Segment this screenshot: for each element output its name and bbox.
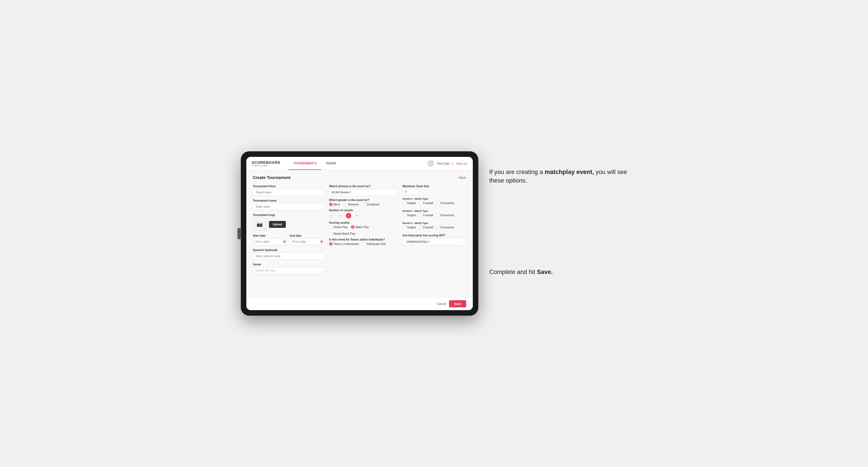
name-field-group: Tournament name	[253, 199, 325, 210]
scoring-medal-radio[interactable]	[329, 232, 333, 235]
gender-womens[interactable]: Womens	[344, 203, 359, 206]
name-input[interactable]	[253, 203, 325, 210]
scoring-match-radio[interactable]	[351, 225, 354, 229]
division-label: Which division is the event for?	[329, 185, 398, 188]
image-icon: 📷	[256, 221, 262, 227]
round3-fourball[interactable]: Fourball	[419, 226, 433, 229]
host-input[interactable]	[253, 189, 325, 196]
round1-singles-radio[interactable]	[403, 201, 406, 205]
round1-singles-label: Singles	[407, 201, 416, 205]
api-label: Use third-party live scoring API?	[403, 234, 466, 237]
scoring-field-group: Scoring system Stroke Play Match Play	[329, 221, 398, 235]
division-select[interactable]: NCAA Division I	[329, 189, 398, 196]
logo-upload-area: 📷 Upload	[253, 218, 325, 231]
round-4[interactable]: 4	[354, 213, 360, 218]
round2-fourball-radio[interactable]	[419, 214, 422, 217]
back-button[interactable]: ‹ Back	[457, 176, 466, 179]
max-team-size-input[interactable]	[403, 189, 419, 195]
round3-fourball-radio[interactable]	[419, 226, 422, 229]
sponsor-input[interactable]	[253, 253, 325, 259]
nav-separator: |	[453, 162, 453, 165]
round2-foursomes[interactable]: Foursomes	[436, 214, 454, 217]
round2-singles[interactable]: Singles	[403, 214, 416, 217]
api-field-group: Use third-party live scoring API? Leader…	[403, 234, 466, 245]
round1-fourball[interactable]: Fourball	[419, 201, 433, 205]
right-column: Maximum Team Size Round 1 - Match Type S…	[403, 185, 466, 274]
date-field-group: Start date 📅 End date	[253, 234, 325, 245]
round3-foursomes[interactable]: Foursomes	[436, 226, 454, 229]
sidebar-toggle[interactable]: ›	[238, 228, 241, 239]
tab-teams[interactable]: TEAMS	[321, 157, 341, 170]
calendar-icon: 📅	[283, 240, 286, 243]
round1-singles[interactable]: Singles	[403, 201, 416, 205]
round3-foursomes-radio[interactable]	[436, 226, 439, 229]
scoring-stroke-radio[interactable]	[329, 225, 333, 229]
gender-mens[interactable]: Mens	[329, 203, 340, 206]
logo-field-group: Tournament logo 📷 Upload	[253, 214, 325, 231]
round-2[interactable]: 2	[338, 213, 343, 218]
individuals-only[interactable]: Individuals Only	[362, 242, 386, 246]
tablet-screen: SCOREBOARD Powered by clippit TOURNAMENT…	[246, 157, 473, 310]
round2-foursomes-radio[interactable]	[436, 214, 439, 217]
round1-foursomes[interactable]: Foursomes	[436, 201, 454, 205]
round-1[interactable]: 1	[329, 213, 335, 218]
api-close-icon[interactable]: ×	[428, 240, 429, 243]
nav-bar: SCOREBOARD Powered by clippit TOURNAMENT…	[246, 157, 473, 170]
round1-fourball-radio[interactable]	[419, 201, 422, 205]
gender-field-group: Which gender is the event for? Mens Wome…	[329, 198, 398, 206]
rounds-field-group: Number of rounds 1 2 3 4	[329, 209, 398, 218]
round2-fourball[interactable]: Fourball	[419, 214, 433, 217]
round2-foursomes-label: Foursomes	[440, 214, 454, 217]
gender-womens-radio[interactable]	[344, 203, 347, 206]
nav-right: Test User | Sign out	[428, 160, 467, 167]
individuals-radio[interactable]	[362, 242, 365, 246]
logo-main-text: SCOREBOARD	[252, 160, 281, 165]
gender-combined-radio[interactable]	[362, 203, 365, 206]
nav-tabs: TOURNAMENTS TEAMS	[288, 157, 341, 170]
round3-singles-radio[interactable]	[403, 226, 406, 229]
logo-label: Tournament logo	[253, 214, 325, 217]
signout-link[interactable]: Sign out	[456, 162, 467, 165]
scoring-medal-label: Medal Match Play	[334, 232, 355, 235]
end-date-group: End date 📅	[290, 234, 325, 245]
name-label: Tournament name	[253, 199, 325, 202]
cancel-button[interactable]: Cancel	[437, 302, 446, 306]
gender-radio-group: Mens Womens Combined	[329, 203, 398, 206]
teams-radio[interactable]	[329, 242, 333, 246]
app-logo: SCOREBOARD Powered by clippit	[252, 160, 281, 166]
scoring-match[interactable]: Match Play	[351, 225, 369, 229]
gender-combined[interactable]: Combined	[362, 203, 379, 206]
save-button[interactable]: Save	[449, 300, 466, 307]
venue-select[interactable]: Search golf club	[253, 267, 325, 274]
api-select[interactable]: Leaderboard King × ⌄	[403, 238, 466, 245]
upload-button[interactable]: Upload	[269, 221, 286, 228]
venue-label: Venue	[253, 263, 325, 266]
scoring-medal[interactable]: Medal Match Play	[329, 232, 355, 235]
round-3[interactable]: 3	[346, 213, 351, 218]
api-value: Leaderboard King	[407, 240, 427, 243]
teams-radio-group: Teams (+Individuals) Individuals Only	[329, 242, 398, 246]
tab-tournaments[interactable]: TOURNAMENTS	[288, 157, 321, 170]
annotations: If you are creating a matchplay event, y…	[489, 151, 627, 276]
teams-plus-individuals[interactable]: Teams (+Individuals)	[329, 242, 359, 246]
round2-label: Round 2 - Match Type	[403, 210, 466, 212]
round3-match-type: Round 3 - Match Type Singles Fourball	[403, 222, 466, 229]
start-date-wrap: 📅	[253, 238, 288, 245]
round1-foursomes-radio[interactable]	[436, 201, 439, 205]
scoring-label: Scoring system	[329, 221, 398, 224]
teams-label: Is this event for Teams and/or Individua…	[329, 238, 398, 241]
round3-singles[interactable]: Singles	[403, 226, 416, 229]
rounds-label: Number of rounds	[329, 209, 398, 212]
round3-options: Singles Fourball Foursomes	[403, 226, 466, 229]
teams-field-group: Is this event for Teams and/or Individua…	[329, 238, 398, 246]
scoring-stroke[interactable]: Stroke Play	[329, 225, 348, 229]
max-team-size-label: Maximum Team Size	[403, 185, 466, 188]
form-grid: Tournament Host Tournament name Tourname…	[253, 185, 466, 274]
end-date-label: End date	[290, 234, 325, 237]
sponsor-field-group: Sponsor (optional)	[253, 249, 325, 259]
host-field-group: Tournament Host	[253, 185, 325, 196]
teams-label-text: Teams (+Individuals)	[334, 243, 359, 246]
chevron-left-icon: ‹	[457, 176, 458, 179]
gender-mens-radio[interactable]	[329, 203, 333, 206]
round2-singles-radio[interactable]	[403, 214, 406, 217]
